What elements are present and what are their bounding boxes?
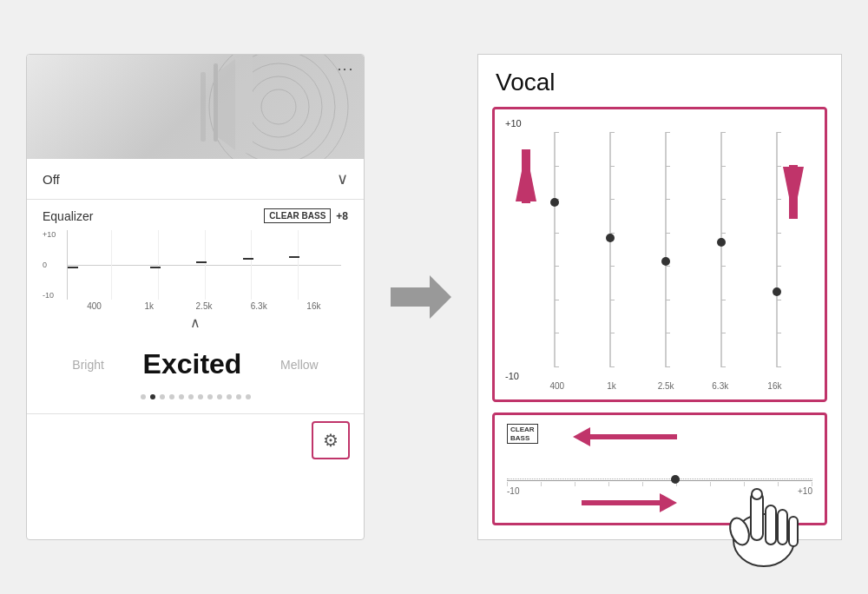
- direction-arrow-icon: [391, 275, 451, 319]
- svg-marker-7: [391, 275, 451, 319]
- settings-row: ⚙: [27, 413, 364, 466]
- more-menu-icon[interactable]: ⋮: [338, 62, 353, 78]
- eq-arrow-down-icon: [512, 149, 540, 219]
- chevron-down-icon[interactable]: ∨: [337, 169, 348, 188]
- off-label: Off: [43, 172, 60, 187]
- arrow-container: [391, 275, 451, 319]
- clear-bass-badge: CLEAR BASS +8: [264, 208, 348, 223]
- svg-point-1: [248, 76, 309, 137]
- cb-min-label: -10: [507, 486, 519, 496]
- svg-rect-5: [201, 72, 206, 142]
- svg-marker-12: [573, 427, 677, 446]
- svg-rect-6: [214, 63, 218, 142]
- phone-panel: ⋮ Off ∨ Equalizer CLEAR BASS +8 +10 0 -1…: [26, 54, 365, 540]
- mode-bright[interactable]: Bright: [72, 358, 104, 372]
- mode-excited[interactable]: Excited: [143, 348, 242, 380]
- eq-freq-labels-row: 400 1k 2.5k 6.3k 16k: [505, 381, 814, 391]
- off-row: Off ∨: [27, 159, 364, 200]
- right-panel: Vocal +10: [477, 54, 842, 540]
- main-container: ⋮ Off ∨ Equalizer CLEAR BASS +8 +10 0 -1…: [9, 10, 859, 584]
- bass-value: +8: [336, 210, 348, 222]
- gear-icon: ⚙: [323, 430, 339, 451]
- cb-knob[interactable]: [671, 475, 680, 484]
- eq-arrow-up-icon: [779, 149, 807, 219]
- svg-rect-16: [766, 505, 776, 544]
- dots-indicator: [27, 394, 364, 413]
- svg-rect-18: [789, 517, 798, 546]
- eq-sliders-panel: +10: [492, 107, 827, 402]
- eq-header: Equalizer CLEAR BASS +8: [43, 208, 348, 223]
- slider-knob-2[interactable]: [606, 234, 615, 242]
- slider-col-4: [703, 132, 740, 367]
- slider-col-2: [592, 132, 629, 367]
- eq-graph: [67, 230, 341, 300]
- phone-header-image: ⋮: [27, 55, 364, 159]
- clear-bass-box-label: CLEAR BASS: [507, 424, 538, 444]
- slider-knob-1[interactable]: [550, 198, 559, 207]
- slider-col-1: [536, 132, 574, 367]
- clear-bass-label: CLEAR BASS: [264, 208, 331, 223]
- clear-bass-panel: CLEAR BASS: [492, 412, 827, 525]
- svg-rect-11: [789, 165, 798, 219]
- eq-title: Equalizer: [43, 209, 93, 223]
- svg-point-0: [261, 89, 296, 124]
- slider-knob-5[interactable]: [773, 287, 781, 296]
- slider-col-3: [648, 132, 685, 367]
- sliders-area: +10: [505, 118, 814, 391]
- eq-bottom-label: -10: [505, 371, 814, 381]
- svg-rect-17: [778, 510, 787, 544]
- vocal-title: Vocal: [492, 69, 827, 96]
- slider-knob-4[interactable]: [717, 238, 726, 247]
- sound-modes: Bright Excited Mellow: [27, 334, 364, 394]
- eq-freq-labels: 400 1k 2.5k 6.3k 16k: [43, 301, 348, 311]
- eq-graph-container: +10 0 -10: [43, 230, 348, 300]
- svg-point-20: [752, 489, 762, 499]
- hand-gesture-icon: [703, 458, 816, 571]
- chevron-up-row[interactable]: ∧: [27, 311, 364, 334]
- svg-marker-13: [582, 493, 677, 512]
- cb-arrow-right-icon: [582, 493, 677, 512]
- sliders-track-area: [505, 132, 814, 367]
- mode-mellow[interactable]: Mellow: [280, 358, 319, 372]
- eq-y-labels: +10 0 -10: [43, 230, 56, 300]
- slider-knob-3[interactable]: [661, 257, 670, 266]
- svg-rect-9: [522, 149, 530, 203]
- cb-arrow-left-icon: [573, 427, 677, 446]
- eq-top-label: +10: [505, 118, 814, 129]
- equalizer-section: Equalizer CLEAR BASS +8 +10 0 -10: [27, 200, 364, 311]
- settings-button[interactable]: ⚙: [312, 421, 350, 459]
